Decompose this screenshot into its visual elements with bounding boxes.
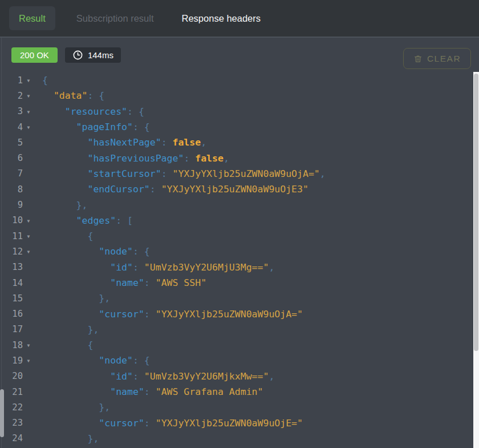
- line-number: 13: [0, 262, 23, 272]
- code-text: "pageInfo": {: [42, 122, 150, 132]
- code-line: 20 "id": "UmVzb3VyY2U6MjkxMw==",: [0, 369, 473, 384]
- code-text: {: [42, 231, 93, 241]
- line-number: 5: [0, 138, 23, 148]
- fold-arrow-placeholder: [23, 407, 34, 408]
- code-line: 10▼ "edges": [: [0, 213, 473, 228]
- line-number: 6: [0, 153, 23, 163]
- line-number: 18: [0, 340, 23, 350]
- trash-icon: [413, 54, 423, 63]
- line-number: 1: [0, 75, 23, 86]
- code-text: {: [42, 340, 93, 350]
- fold-arrow-placeholder: [23, 376, 34, 377]
- result-tab-bar: Result Subscription result Response head…: [0, 0, 479, 38]
- code-line: 1▼{: [0, 72, 473, 88]
- code-line: 11▼ {: [0, 228, 473, 244]
- code-line: 4▼ "pageInfo": {: [0, 119, 473, 135]
- code-text: "startCursor": "YXJyYXljb25uZWN0aW9uOjA=…: [42, 168, 326, 179]
- code-line: 9 },: [0, 197, 473, 212]
- vertical-scrollbar[interactable]: [473, 72, 479, 448]
- code-line: 19▼ "node": {: [0, 353, 473, 368]
- fold-arrow-placeholder: [23, 173, 34, 174]
- code-line: 21 "name": "AWS Grafana Admin": [0, 384, 473, 399]
- fold-arrow-icon[interactable]: ▼: [23, 124, 34, 130]
- code-line: 24 },: [0, 431, 473, 446]
- fold-arrow-placeholder: [23, 158, 34, 159]
- code-line: 17 },: [0, 322, 473, 337]
- code-text: "name": "AWS Grafana Admin": [42, 386, 263, 397]
- code-line: 13 "id": "UmVzb3VyY2U6MjU3Mg==",: [0, 260, 473, 275]
- clock-icon: [72, 50, 83, 60]
- code-text: "edges": [: [42, 215, 133, 226]
- fold-arrow-icon[interactable]: ▼: [23, 108, 34, 115]
- code-text: "id": "UmVzb3VyY2U6MjkxMw==",: [42, 371, 274, 382]
- code-text: "resources": {: [42, 106, 144, 117]
- code-line: 2▼ "data": {: [0, 88, 473, 103]
- code-text: },: [42, 200, 87, 211]
- fold-arrow-icon[interactable]: ▼: [23, 357, 34, 364]
- code-text: "hasNextPage": false,: [42, 137, 206, 148]
- code-line: 8 "endCursor": "YXJyYXljb25uZWN0aW9uOjE3…: [0, 181, 473, 197]
- code-text: },: [42, 433, 99, 444]
- result-json-viewer[interactable]: 1▼{2▼ "data": {3▼ "resources": {4▼ "page…: [0, 72, 473, 448]
- line-number: 8: [0, 184, 23, 195]
- code-line: 18▼ {: [0, 337, 473, 353]
- line-number: 20: [0, 371, 23, 381]
- fold-arrow-icon[interactable]: ▼: [23, 92, 34, 99]
- scrollbar-thumb[interactable]: [474, 74, 478, 351]
- fold-arrow-placeholder: [23, 189, 34, 190]
- clear-button[interactable]: CLEAR: [403, 48, 471, 69]
- code-line: 7 "startCursor": "YXJyYXljb25uZWN0aW9uOj…: [0, 166, 473, 181]
- line-number: 9: [0, 200, 23, 210]
- code-line: 12▼ "node": {: [0, 244, 473, 259]
- line-number: 17: [0, 324, 23, 334]
- fold-arrow-placeholder: [23, 422, 34, 423]
- fold-arrow-placeholder: [23, 438, 34, 439]
- line-number: 15: [0, 293, 23, 304]
- line-number: 12: [0, 247, 23, 257]
- status-badges: 200 OK 144ms: [11, 47, 471, 63]
- code-text: "cursor": "YXJyYXljb25uZWN0aW9uOjE=": [42, 418, 303, 429]
- code-line: 23 "cursor": "YXJyYXljb25uZWN0aW9uOjE=": [0, 415, 473, 431]
- fold-arrow-placeholder: [23, 392, 34, 393]
- fold-arrow-placeholder: [23, 329, 34, 330]
- fold-arrow-icon[interactable]: ▼: [23, 233, 34, 239]
- clear-button-label: CLEAR: [427, 54, 461, 64]
- fold-arrow-placeholder: [23, 313, 34, 314]
- response-time-badge: 144ms: [65, 47, 121, 63]
- code-text: "hasPreviousPage": false,: [42, 153, 229, 164]
- response-time-value: 144ms: [88, 50, 113, 60]
- tab-subscription-result[interactable]: Subscription result: [76, 14, 154, 23]
- left-scrollbar-thumb[interactable]: [0, 389, 4, 437]
- fold-arrow-icon[interactable]: ▼: [23, 342, 34, 348]
- tab-result[interactable]: Result: [9, 6, 55, 31]
- fold-arrow-placeholder: [23, 298, 34, 299]
- code-line: 6 "hasPreviousPage": false,: [0, 150, 473, 166]
- fold-arrow-placeholder: [23, 267, 34, 268]
- code-text: "data": {: [42, 90, 104, 101]
- code-text: },: [42, 293, 110, 304]
- code-line: 5 "hasNextPage": false,: [0, 135, 473, 150]
- code-text: },: [42, 324, 99, 335]
- line-number: 14: [0, 278, 23, 288]
- line-number: 4: [0, 122, 23, 132]
- status-code-badge: 200 OK: [11, 47, 58, 63]
- fold-arrow-icon[interactable]: ▼: [23, 77, 34, 83]
- code-text: "endCursor": "YXJyYXljb25uZWN0aW9uOjE3": [42, 184, 308, 195]
- code-text: "cursor": "YXJyYXljb25uZWN0aW9uOjA=": [42, 309, 303, 320]
- code-text: "node": {: [42, 355, 150, 366]
- line-number: 3: [0, 106, 23, 116]
- code-text: "id": "UmVzb3VyY2U6MjU3Mg==",: [42, 262, 274, 273]
- code-text: "node": {: [42, 246, 150, 257]
- fold-arrow-icon[interactable]: ▼: [23, 217, 34, 224]
- tab-response-headers[interactable]: Response headers: [182, 14, 261, 23]
- line-number: 2: [0, 91, 23, 101]
- code-line: 15 },: [0, 290, 473, 306]
- code-line: 3▼ "resources": {: [0, 104, 473, 119]
- line-number: 10: [0, 215, 23, 225]
- code-line: 22 },: [0, 399, 473, 415]
- line-number: 11: [0, 231, 23, 241]
- response-panel: Result Subscription result Response head…: [0, 0, 479, 448]
- code-text: {: [42, 75, 48, 86]
- fold-arrow-icon[interactable]: ▼: [23, 248, 34, 255]
- code-line: 14 "name": "AWS SSH": [0, 275, 473, 290]
